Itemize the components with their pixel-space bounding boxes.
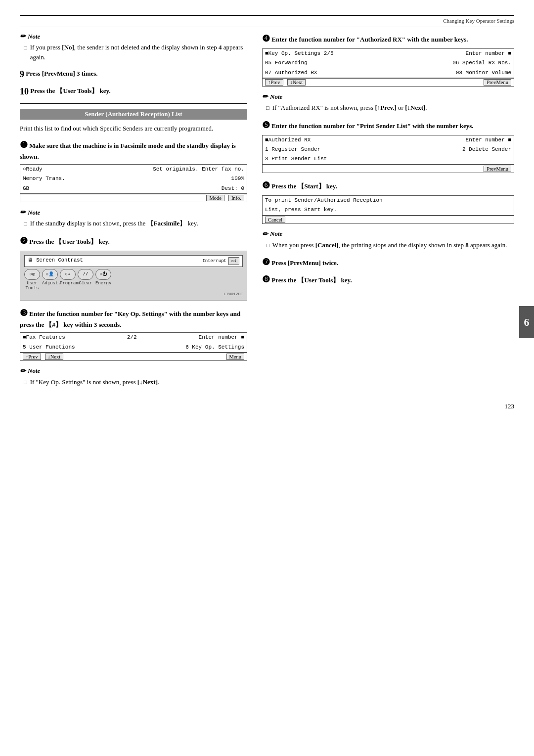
s3r1-mid: 2/2 [127,334,137,341]
screen1-btn2[interactable]: Info. [228,195,244,201]
interrupt-label: Interrupt [202,259,226,264]
label-adjustment: Adjust. [42,281,58,291]
step-3-text: Enter the function number for "Key Op. S… [20,310,240,328]
interrupt-btn[interactable]: ○♯ [228,257,239,265]
step-2-text: Press the 【User Tools】 key. [29,238,109,245]
note-item-4: □ If "Authorized RX" is not shown, press… [262,103,514,113]
screen5-footer: PrevMenu [263,165,514,173]
screen4-btn1[interactable]: ↑Prev [265,79,283,86]
s5r2-right: 2 Delete Sender [462,146,511,153]
note-label-3: Note [28,367,40,375]
checkbox-3: □ [24,378,27,387]
step-3-number: ❸ [20,308,28,318]
note-label-4: Note [270,93,282,101]
screen3-btn1[interactable]: ↑Prev [23,354,41,360]
note-item-3: □ If "Key Op. Settings" is not shown, pr… [20,377,247,387]
panel-labels: User Tools Adjust. Program Clear Energy [24,281,243,291]
header-bar: Changing Key Operator Settings [20,18,514,27]
step-2-number: ❷ [20,236,28,246]
s1r2-left: Memory Trans. [23,175,65,182]
screen1-btn1[interactable]: Mode [206,195,224,201]
step-7-text: Press [PrevMenu] twice. [271,259,338,267]
s4r3-right: 08 Monitor Volume [456,69,511,77]
screen6-row2: List, press Start key. [263,205,514,215]
step-8: ❽ Press the 【User Tools】 key. [262,273,514,286]
s5r1-right: Enter number ■ [466,136,511,144]
screen-3: ■Fax Features 2/2 Enter number ■ 5 User … [20,332,247,361]
note-text-1: If you press [No], the sender is not del… [30,43,247,62]
section-tab: 6 [519,306,534,338]
header-title: Changing Key Operator Settings [443,18,514,24]
usertools-btn[interactable]: ○◎ [24,269,40,280]
step-8-text: Press the 【User Tools】 key. [271,276,352,284]
section-body: Print this list to find out which Specif… [20,124,247,133]
screen-1: ○Ready Set originals. Enter fax no. Memo… [20,164,247,202]
step-6-text: Press the 【Start】 key. [271,182,337,190]
clear-modes-btn[interactable]: // [78,269,93,280]
interrupt-area: Interrupt ○♯ [202,257,239,265]
screen4-footer: ↑Prev ↓Next PrevMenu [263,78,514,86]
screen4-row2: 05 Forwarding 06 Special RX Nos. [263,58,514,68]
step-9: 9 Press [PrevMenu] 3 times. [20,68,247,81]
step-8-number: ❽ [262,274,270,284]
screen4-btn2[interactable]: ↓Next [287,79,306,86]
label-energysaver: Energy [95,281,111,291]
screen4-spacer [310,79,480,86]
energy-saver-btn[interactable]: ○⏻ [95,269,111,280]
s3r1-left: ■Fax Features [23,334,65,341]
program-btn[interactable]: ○⇒ [60,269,76,280]
note-title-2: ✏ Note [20,208,247,217]
step-4-text: Enter the function number for "Authorize… [271,36,468,43]
step-5-text: Enter the function number for "Print Sen… [271,122,473,130]
note-text-4: If "Authorized RX" is not shown, press [… [272,103,427,113]
page-number: 123 [20,402,514,410]
adjustment-btn[interactable]: ○👤 [42,269,58,280]
screen4-row3: 07 Authorized RX 08 Monitor Volume [263,68,514,78]
step-7-number: ❼ [262,257,270,267]
note-label-2: Note [28,209,40,217]
screen5-btn1[interactable]: PrevMenu [484,166,511,172]
note-text-2: If the standby display is not shown, pre… [30,219,198,228]
screen1-footer: Mode Info. [20,194,247,202]
step-1-number: ❶ [20,140,28,150]
s5r1-left: ■Authorized RX [265,136,311,144]
screen5-spacer [265,166,480,172]
screen4-btn3[interactable]: PrevMenu [484,79,511,86]
note-block-4: ✏ Note □ If "Authorized RX" is not shown… [262,92,514,113]
screen3-btn2[interactable]: ↓Next [45,354,64,360]
step-4-block: ❹ Enter the function number for "Authori… [262,32,514,87]
s1r1-left: ○Ready [23,166,43,173]
screen-6: To print Sender/Authorised Reception Lis… [262,195,514,224]
s4r2-right: 06 Special RX Nos. [452,59,511,67]
s5r3-left: 3 Print Sender List [265,155,327,163]
left-column: ✏ Note □ If you press [No], the sender i… [20,32,247,393]
screen3-btn3[interactable]: Menu [226,354,245,360]
note-block-3: ✏ Note □ If "Key Op. Settings" is not sh… [20,367,247,387]
note-item-2: □ If the standby display is not shown, p… [20,219,247,228]
s3r2-right: 6 Key Op. Settings [185,344,244,351]
checkbox-5: □ [266,241,269,250]
screen-contrast-label: 🖥 Screen Contrast [28,257,83,265]
s4r3-left: 07 Authorized RX [265,69,317,77]
label-program: Program [60,281,76,291]
main-content: ✏ Note □ If you press [No], the sender i… [20,32,514,393]
page: Changing Key Operator Settings ✏ Note □ … [0,0,534,756]
screen3-footer: ↑Prev ↓Next Menu [20,353,247,360]
screen3-spacer [67,354,222,360]
step-6-heading: ❻ Press the 【Start】 key. [262,179,514,192]
note-label-1: Note [28,33,40,41]
note-block-2: ✏ Note □ If the standby display is not s… [20,208,247,228]
step-3-heading: ❸ Enter the function number for "Key Op.… [20,307,247,330]
note-item-1: □ If you press [No], the sender is not d… [20,43,247,62]
note-block-1: ✏ Note □ If you press [No], the sender i… [20,32,247,62]
s1r3-left: GB [23,185,29,192]
label-clearmodes: Clear [78,281,93,291]
screen-4: ■Key Op. Settings 2/5 Enter number ■ 05 … [262,48,514,87]
step-5-heading: ❺ Enter the function number for "Print S… [262,119,514,132]
screen6-btn-cancel[interactable]: Cancel [265,217,285,223]
note-item-5: □ When you press [Cancel], the printing … [262,240,514,250]
screen4-row1: ■Key Op. Settings 2/5 Enter number ■ [263,49,514,58]
step-5-number: ❺ [262,120,270,130]
s4r1-left: ■Key Op. Settings 2/5 [265,50,334,57]
s1r3-right: Dest: 0 [222,185,244,192]
